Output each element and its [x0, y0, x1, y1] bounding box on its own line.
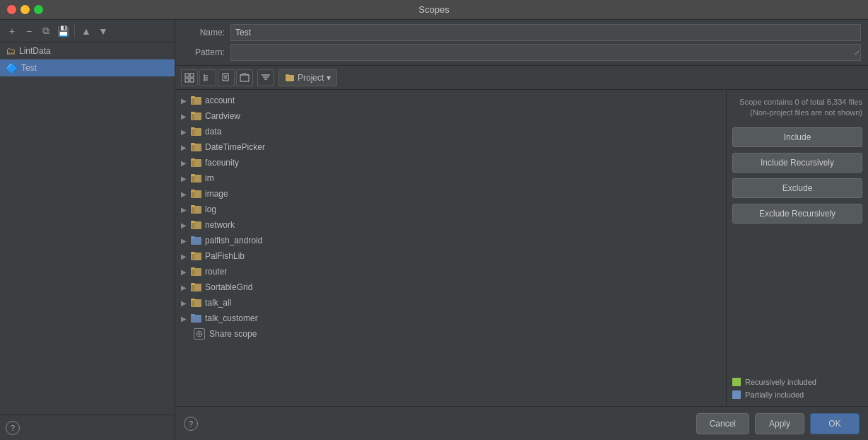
dialog-buttons: Cancel Apply OK [696, 413, 860, 434]
scope-icon: 🔷 [6, 62, 18, 74]
sidebar-item-lintdata[interactable]: 🗂 LintData [0, 42, 175, 59]
flat-view-button[interactable] [181, 69, 198, 86]
tree-item-label: DateTimePicker [205, 142, 265, 152]
sidebar-item-test[interactable]: 🔷 Test [0, 59, 175, 76]
tree-item[interactable]: ▶ talk_all [175, 295, 726, 311]
scope-list: 🗂 LintData 🔷 Test [0, 42, 175, 415]
module-folder-icon [191, 95, 202, 105]
expand-arrow-icon: ▶ [181, 299, 188, 307]
tree-item[interactable]: ▶ talk_customer [175, 311, 726, 326]
tree-toolbar: Project ▾ [175, 66, 868, 90]
tree-item[interactable]: ▶ data [175, 124, 726, 139]
name-input[interactable] [230, 24, 861, 41]
add-scope-button[interactable]: + [4, 23, 20, 39]
window-title: Scopes [418, 4, 449, 15]
close-button[interactable] [7, 5, 16, 14]
tree-item[interactable]: ▶ network [175, 217, 726, 233]
expand-button[interactable]: ⤢ [854, 49, 860, 57]
svg-rect-40 [191, 205, 195, 207]
copy-scope-button[interactable]: ⧉ [38, 23, 54, 39]
sidebar-item-label: Test [21, 63, 37, 73]
pattern-label: Pattern: [182, 47, 225, 57]
ok-button[interactable]: OK [810, 413, 860, 434]
apply-button[interactable]: Apply [755, 413, 804, 434]
tree-item[interactable]: ▶ account [175, 93, 726, 108]
svg-rect-22 [191, 112, 195, 114]
recursively-included-color [732, 378, 741, 386]
share-scope-icon [194, 328, 205, 340]
module-folder-icon [191, 267, 202, 277]
project-dropdown[interactable]: Project ▾ [278, 69, 337, 86]
scope-info: Scope contains 0 of total 6,334 files (N… [732, 97, 862, 119]
legend-area: Recursively included Partially included [732, 378, 862, 399]
maximize-button[interactable] [34, 5, 43, 14]
include-button[interactable]: Include [732, 127, 862, 147]
tree-item-label: Cardview [205, 111, 240, 121]
share-scope-item[interactable]: Share scope [175, 326, 726, 342]
main-layout: + − ⧉ 💾 ▲ ▼ 🗂 LintData 🔷 Test ? [0, 20, 868, 440]
tree-item[interactable]: ▶ log [175, 202, 726, 217]
tree-item[interactable]: ▶ im [175, 170, 726, 186]
tree-item[interactable]: ▶ palfish_android [175, 233, 726, 248]
dropdown-arrow-icon: ▾ [327, 73, 331, 83]
partially-included-color [732, 390, 741, 399]
filter-button[interactable] [257, 69, 274, 86]
tree-item[interactable]: ▶ DateTimePicker [175, 139, 726, 155]
exclude-button[interactable]: Exclude [732, 178, 862, 198]
tree-item[interactable]: ▶ Cardview [175, 108, 726, 124]
share-scope-label: Share scope [209, 329, 257, 339]
save-scope-button[interactable]: 💾 [55, 23, 71, 39]
content-area: ▶ account ▶ Cardview ▶ [175, 90, 868, 406]
sidebar: + − ⧉ 💾 ▲ ▼ 🗂 LintData 🔷 Test ? [0, 20, 175, 440]
tree-item-label: log [205, 204, 216, 214]
legend-partially-included: Partially included [732, 390, 862, 399]
plain-folder-icon [191, 313, 202, 323]
tree-view-button[interactable] [199, 69, 216, 86]
remove-scope-button[interactable]: − [21, 23, 37, 39]
tree-item[interactable]: ▶ faceunity [175, 155, 726, 170]
tree-item[interactable]: ▶ PalFishLib [175, 248, 726, 264]
plain-folder-icon [191, 236, 202, 245]
help-button[interactable]: ? [6, 421, 20, 435]
cancel-button[interactable]: Cancel [696, 413, 749, 434]
move-up-button[interactable]: ▲ [78, 23, 94, 39]
svg-rect-54 [191, 283, 195, 285]
svg-rect-32 [192, 161, 194, 166]
window-controls[interactable] [7, 5, 43, 14]
tree-item-label: palfish_android [205, 236, 262, 245]
move-down-button[interactable]: ▼ [95, 23, 111, 39]
svg-rect-58 [192, 301, 194, 306]
flat-view-icon [184, 73, 194, 83]
svg-rect-55 [192, 285, 194, 291]
svg-rect-26 [192, 129, 194, 135]
title-bar: Scopes [0, 0, 868, 20]
right-panel: Scope contains 0 of total 6,334 files (N… [727, 90, 868, 406]
file-view-button[interactable] [218, 69, 235, 86]
tree-item-label: account [205, 95, 235, 105]
module-folder-icon [191, 251, 202, 261]
module-folder-icon [191, 204, 202, 214]
main-panel: Name: Pattern: ⤢ [175, 20, 868, 440]
svg-rect-2 [185, 79, 189, 82]
separator [74, 25, 75, 37]
file-tree[interactable]: ▶ account ▶ Cardview ▶ [175, 90, 727, 406]
legend-recursively-included: Recursively included [732, 378, 862, 386]
include-recursively-button[interactable]: Include Recursively [732, 153, 862, 173]
tree-item[interactable]: ▶ router [175, 264, 726, 279]
package-view-button[interactable] [236, 69, 253, 86]
file-view-icon [221, 73, 231, 83]
expand-arrow-icon: ▶ [181, 144, 188, 151]
svg-rect-17 [286, 74, 289, 76]
expand-arrow-icon: ▶ [181, 159, 188, 167]
tree-item[interactable]: ▶ image [175, 186, 726, 202]
tree-item[interactable]: ▶ SortableGrid [175, 279, 726, 295]
minimize-button[interactable] [20, 5, 30, 14]
tree-item-label: image [205, 189, 228, 199]
bottom-help-button[interactable]: ? [184, 417, 198, 431]
svg-rect-52 [192, 270, 194, 275]
svg-rect-49 [192, 254, 194, 260]
exclude-recursively-button[interactable]: Exclude Recursively [732, 204, 862, 224]
sidebar-item-label: LintData [19, 46, 51, 56]
pattern-input[interactable] [230, 44, 861, 61]
expand-arrow-icon: ▶ [181, 190, 188, 198]
